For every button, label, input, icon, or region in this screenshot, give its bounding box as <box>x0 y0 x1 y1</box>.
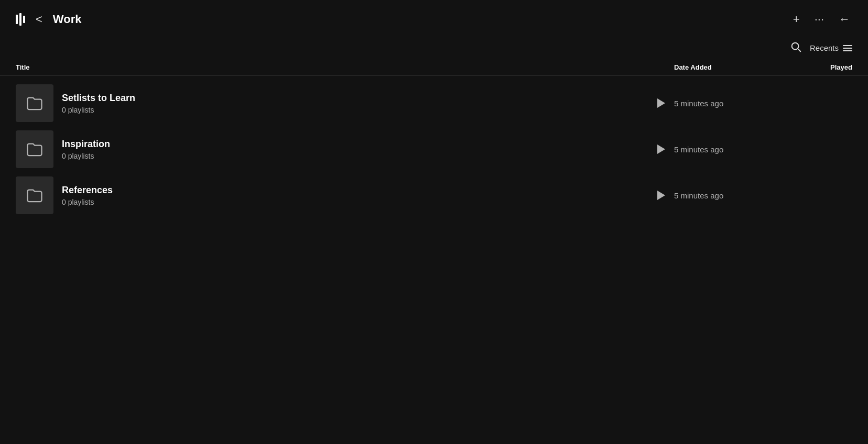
library-icon[interactable] <box>16 13 25 26</box>
search-button[interactable] <box>790 41 801 55</box>
item-info: References 0 playlists <box>62 185 648 206</box>
header-left: < Work <box>16 10 81 28</box>
item-sub: 0 playlists <box>62 152 648 160</box>
item-name: Setlists to Learn <box>62 93 648 104</box>
item-sub: 0 playlists <box>62 106 648 114</box>
header-right: + ··· ← <box>791 10 852 28</box>
play-button-col[interactable] <box>648 98 674 108</box>
item-date-added: 5 minutes ago <box>674 99 789 108</box>
header: < Work + ··· ← <box>0 0 868 39</box>
item-name: References <box>62 185 648 196</box>
item-info: Inspiration 0 playlists <box>62 139 648 160</box>
page-title: Work <box>53 13 82 26</box>
close-button[interactable]: ← <box>837 10 852 28</box>
add-button[interactable]: + <box>791 10 802 28</box>
col-header-date-added: Date Added <box>674 63 789 71</box>
col-header-title: Title <box>16 63 674 71</box>
back-button[interactable]: < <box>34 10 45 28</box>
svg-line-1 <box>798 49 800 51</box>
play-icon[interactable] <box>657 98 665 108</box>
list-item[interactable]: References 0 playlists 5 minutes ago <box>16 172 852 218</box>
item-sub: 0 playlists <box>62 198 648 206</box>
play-button-col[interactable] <box>648 191 674 200</box>
item-date-added: 5 minutes ago <box>674 145 789 154</box>
folder-icon <box>16 84 53 122</box>
more-options-button[interactable]: ··· <box>812 10 826 28</box>
column-headers: Title Date Added Played <box>0 63 868 76</box>
recents-button[interactable]: Recents <box>810 43 852 52</box>
item-info: Setlists to Learn 0 playlists <box>62 93 648 114</box>
toolbar: Recents <box>0 39 868 63</box>
item-name: Inspiration <box>62 139 648 150</box>
list-item[interactable]: Inspiration 0 playlists 5 minutes ago <box>16 126 852 172</box>
item-date-added: 5 minutes ago <box>674 191 789 200</box>
play-icon[interactable] <box>657 145 665 154</box>
play-icon[interactable] <box>657 191 665 200</box>
folder-icon <box>16 130 53 168</box>
col-header-played: Played <box>789 63 852 71</box>
list-view-icon <box>843 45 852 51</box>
play-button-col[interactable] <box>648 145 674 154</box>
folder-icon <box>16 176 53 214</box>
app-container: < Work + ··· ← Recents <box>0 0 868 444</box>
list-item[interactable]: Setlists to Learn 0 playlists 5 minutes … <box>16 80 852 126</box>
list-content: Setlists to Learn 0 playlists 5 minutes … <box>0 76 868 444</box>
recents-label: Recents <box>810 43 839 52</box>
